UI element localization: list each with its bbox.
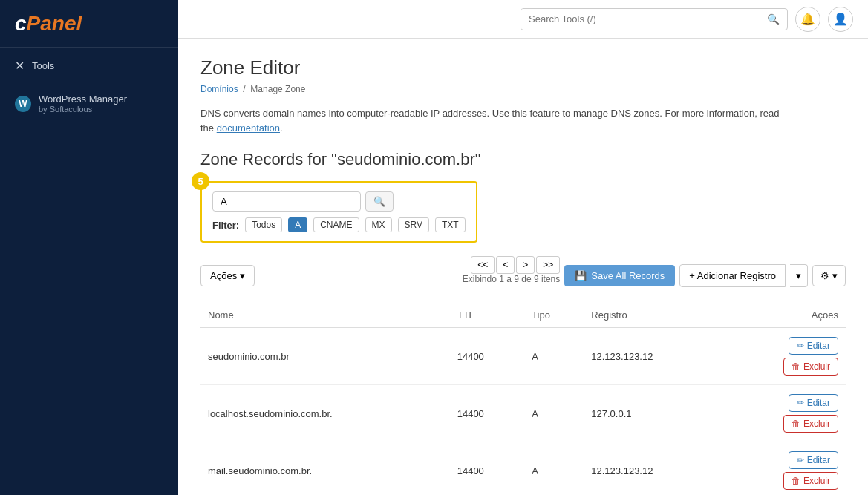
pagination-controls: << < > >> <box>471 256 560 274</box>
sidebar-item-tools[interactable]: ✕ Tools <box>0 48 178 83</box>
pagination-last-button[interactable]: >> <box>536 256 560 274</box>
documentation-link[interactable]: documentation <box>217 122 280 134</box>
filter-area: 5 🔍 Filter: Todos A CNAME MX SRV TXT <box>200 181 477 243</box>
col-acoes: Ações <box>721 304 846 327</box>
trash-icon: 🗑 <box>792 476 800 486</box>
page-title: Zone Editor <box>200 56 846 79</box>
content-area: Zone Editor Domínios / Manage Zone DNS c… <box>178 39 868 495</box>
action-right: << < > >> Exibindo 1 a 9 de 9 itens 💾 Sa… <box>463 256 846 295</box>
cell-nome: mail.seudominio.com.br. <box>200 442 450 496</box>
delete-label: Excluir <box>803 476 830 486</box>
breadcrumb-current: Manage Zone <box>250 84 305 94</box>
cell-registro: 127.0.0.1 <box>584 385 721 442</box>
actions-label: Ações <box>210 270 237 281</box>
row-action-buttons: ✏ Editar 🗑 Excluir <box>728 451 838 490</box>
zone-records-title: Zone Records for "seudominio.com.br" <box>200 150 846 169</box>
edit-button[interactable]: ✏ Editar <box>789 451 838 469</box>
search-button[interactable]: 🔍 <box>760 9 787 30</box>
filter-label: Filter: <box>212 220 239 231</box>
search-box: 🔍 <box>521 8 788 30</box>
pagination-next-button[interactable]: > <box>516 256 535 274</box>
user-icon[interactable]: 👤 <box>828 7 853 32</box>
delete-button[interactable]: 🗑 Excluir <box>783 358 838 376</box>
gear-caret-icon: ▾ <box>832 270 838 281</box>
save-icon: 💾 <box>575 270 587 281</box>
cell-registro: 12.123.123.12 <box>584 442 721 496</box>
topbar: 🔍 🔔 👤 <box>178 0 868 39</box>
sidebar-item-label: Tools <box>32 60 54 71</box>
table-row: mail.seudominio.com.br. 14400 A 12.123.1… <box>200 442 846 496</box>
filter-btn-mx[interactable]: MX <box>365 217 392 232</box>
cell-nome: seudominio.com.br <box>200 327 450 385</box>
pagination-info: Exibindo 1 a 9 de 9 itens <box>463 274 560 284</box>
filter-btn-todos[interactable]: Todos <box>245 217 282 232</box>
col-ttl: TTL <box>450 304 524 327</box>
filter-search-button[interactable]: 🔍 <box>365 191 394 212</box>
edit-label: Editar <box>807 455 830 465</box>
trash-icon: 🗑 <box>792 419 800 429</box>
breadcrumb: Domínios / Manage Zone <box>200 84 846 94</box>
actions-dropdown-button[interactable]: Ações ▾ <box>200 265 255 286</box>
wordpress-label: WordPress Manager <box>39 94 127 105</box>
filter-search-row: 🔍 <box>212 191 466 212</box>
cell-registro: 12.123.123.12 <box>584 327 721 385</box>
table-header: Nome TTL Tipo Registro Ações <box>200 304 846 327</box>
filter-input[interactable] <box>212 191 361 212</box>
row-action-buttons: ✏ Editar 🗑 Excluir <box>728 337 838 376</box>
cell-acoes: ✏ Editar 🗑 Excluir <box>721 327 846 385</box>
action-bar: Ações ▾ << < > >> Exibindo 1 a 9 de 9 it… <box>200 256 846 295</box>
sidebar-logo: cPanel <box>0 0 178 48</box>
edit-label: Editar <box>807 398 830 408</box>
cell-acoes: ✏ Editar 🗑 Excluir <box>721 442 846 496</box>
edit-button[interactable]: ✏ Editar <box>789 337 838 355</box>
cell-ttl: 14400 <box>450 442 524 496</box>
filter-btn-srv[interactable]: SRV <box>398 217 429 232</box>
pagination-first-button[interactable]: << <box>471 256 495 274</box>
notifications-icon[interactable]: 🔔 <box>795 7 820 32</box>
wordpress-sublabel: by Softaculous <box>39 105 127 114</box>
wordpress-icon: W <box>15 96 31 112</box>
gear-button[interactable]: ⚙ ▾ <box>812 265 846 286</box>
edit-icon: ✏ <box>797 398 804 408</box>
cell-tipo: A <box>524 327 584 385</box>
filter-badge: 5 <box>192 172 209 190</box>
edit-icon: ✏ <box>797 341 804 351</box>
table-body: seudominio.com.br 14400 A 12.123.123.12 … <box>200 327 846 495</box>
filter-btn-txt[interactable]: TXT <box>435 217 466 232</box>
col-registro: Registro <box>584 304 721 327</box>
search-input[interactable] <box>521 9 760 29</box>
add-record-button[interactable]: + Adicionar Registro <box>679 264 786 287</box>
cell-tipo: A <box>524 385 584 442</box>
col-nome: Nome <box>200 304 450 327</box>
add-label: + Adicionar Registro <box>689 270 776 281</box>
cpanel-logo-text: cPanel <box>15 12 163 36</box>
delete-button[interactable]: 🗑 Excluir <box>783 472 838 490</box>
cell-ttl: 14400 <box>450 327 524 385</box>
cell-ttl: 14400 <box>450 385 524 442</box>
tools-icon: ✕ <box>15 59 25 73</box>
trash-icon: 🗑 <box>792 361 800 372</box>
delete-button[interactable]: 🗑 Excluir <box>783 415 838 433</box>
filter-btn-a[interactable]: A <box>288 217 307 232</box>
actions-caret-icon: ▾ <box>240 270 245 281</box>
pagination-area: << < > >> Exibindo 1 a 9 de 9 itens <box>463 256 560 287</box>
cell-tipo: A <box>524 442 584 496</box>
add-record-split-button[interactable]: ▾ <box>790 264 808 287</box>
col-tipo: Tipo <box>524 304 584 327</box>
delete-label: Excluir <box>803 361 830 372</box>
main-area: 🔍 🔔 👤 Zone Editor Domínios / Manage Zone… <box>178 0 868 495</box>
cell-acoes: ✏ Editar 🗑 Excluir <box>721 385 846 442</box>
save-label: Save All Records <box>591 270 665 281</box>
sidebar: cPanel ✕ Tools W WordPress Manager by So… <box>0 0 178 495</box>
gear-icon: ⚙ <box>820 270 829 281</box>
page-description: DNS converts domain names into computer-… <box>200 106 846 135</box>
edit-icon: ✏ <box>797 455 804 465</box>
breadcrumb-root[interactable]: Domínios <box>200 84 238 94</box>
cell-nome: localhost.seudominio.com.br. <box>200 385 450 442</box>
filter-btn-cname[interactable]: CNAME <box>313 217 359 232</box>
pagination-prev-button[interactable]: < <box>496 256 515 274</box>
sidebar-item-wordpress[interactable]: W WordPress Manager by Softaculous <box>0 83 178 124</box>
edit-button[interactable]: ✏ Editar <box>789 394 838 412</box>
save-all-records-button[interactable]: 💾 Save All Records <box>564 265 675 286</box>
filter-row: Filter: Todos A CNAME MX SRV TXT <box>212 217 466 232</box>
